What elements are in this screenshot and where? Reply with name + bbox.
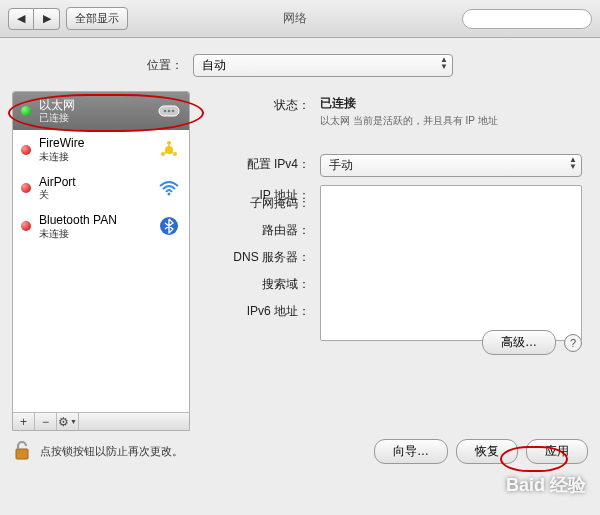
item-text: Bluetooth PAN 未连接 (39, 213, 149, 239)
svg-point-6 (161, 152, 165, 156)
status-row: 状态： 已连接 以太网 当前是活跃的，并且具有 IP 地址 (202, 95, 582, 128)
location-label: 位置： (147, 57, 183, 74)
bottom-buttons: 向导… 恢复 应用 (374, 439, 588, 464)
sidebar: 以太网 已连接 FireWire 未连接 (12, 91, 190, 431)
item-title: 以太网 (39, 98, 149, 112)
item-title: Bluetooth PAN (39, 213, 149, 227)
svg-rect-13 (16, 449, 28, 459)
search-input[interactable] (462, 9, 592, 29)
svg-point-5 (167, 141, 171, 145)
search-wrap: 🔍 (462, 9, 592, 29)
item-text: FireWire 未连接 (39, 136, 149, 162)
dns-label: DNS 服务器： (202, 247, 320, 266)
svg-line-10 (171, 152, 173, 153)
ethernet-icon (157, 99, 181, 123)
advanced-button[interactable]: 高级… (482, 330, 556, 355)
svg-point-7 (173, 152, 177, 156)
status-dot-icon (21, 183, 31, 193)
svg-point-1 (164, 110, 167, 113)
item-sub: 未连接 (39, 228, 149, 240)
svg-point-2 (168, 110, 171, 113)
sidebar-item-airport[interactable]: AirPort 关 (13, 169, 189, 207)
sidebar-item-bluetooth[interactable]: Bluetooth PAN 未连接 (13, 207, 189, 245)
status-value: 已连接 以太网 当前是活跃的，并且具有 IP 地址 (320, 95, 582, 128)
item-sub: 已连接 (39, 112, 149, 124)
location-value: 自动 (202, 57, 226, 74)
forward-button[interactable]: ▶ (34, 8, 60, 30)
item-sub: 关 (39, 189, 149, 201)
config-label: 配置 IPv4： (202, 154, 320, 173)
help-button[interactable]: ? (564, 334, 582, 352)
location-select[interactable]: 自动 ▲▼ (193, 54, 453, 77)
nav-buttons: ◀ ▶ (8, 8, 60, 30)
subnet-label: 子网掩码： (202, 193, 320, 212)
svg-point-11 (168, 192, 171, 195)
sidebar-item-firewire[interactable]: FireWire 未连接 (13, 130, 189, 168)
sidebar-list: 以太网 已连接 FireWire 未连接 (13, 92, 189, 414)
wizard-button[interactable]: 向导… (374, 439, 448, 464)
firewire-icon (157, 138, 181, 162)
detail-pane: 状态： 已连接 以太网 当前是活跃的，并且具有 IP 地址 配置 IPv4： 手… (202, 91, 588, 431)
sidebar-footer: + − ⚙▼ (13, 412, 189, 430)
gear-icon: ⚙ (58, 415, 69, 429)
show-all-button[interactable]: 全部显示 (66, 7, 128, 30)
config-ipv4-select[interactable]: 手动 ▲▼ (320, 154, 582, 177)
detail-box (320, 185, 582, 341)
remove-button[interactable]: − (35, 413, 57, 430)
apply-button[interactable]: 应用 (526, 439, 588, 464)
item-text: AirPort 关 (39, 175, 149, 201)
bottom-bar: 点按锁按钮以防止再次更改。 向导… 恢复 应用 (0, 431, 600, 472)
back-button[interactable]: ◀ (8, 8, 34, 30)
status-note: 以太网 当前是活跃的，并且具有 IP 地址 (320, 114, 582, 128)
searchdomain-label: 搜索域： (202, 274, 320, 293)
bluetooth-icon (157, 214, 181, 238)
lock-icon[interactable] (12, 439, 32, 464)
gear-button[interactable]: ⚙▼ (57, 413, 79, 430)
config-row: 配置 IPv4： 手动 ▲▼ (202, 154, 582, 177)
window-title: 网络 (134, 10, 456, 27)
router-label: 路由器： (202, 220, 320, 239)
lock-text: 点按锁按钮以防止再次更改。 (40, 444, 183, 459)
add-button[interactable]: + (13, 413, 35, 430)
main-split: 以太网 已连接 FireWire 未连接 (12, 91, 588, 431)
status-dot-icon (21, 145, 31, 155)
item-title: FireWire (39, 136, 149, 150)
watermark: Baid 经验 (506, 473, 586, 497)
location-row: 位置： 自动 ▲▼ (12, 54, 588, 77)
item-sub: 未连接 (39, 151, 149, 163)
status-label: 状态： (202, 95, 320, 114)
toolbar: ◀ ▶ 全部显示 网络 🔍 (0, 0, 600, 38)
wifi-icon (157, 176, 181, 200)
revert-button[interactable]: 恢复 (456, 439, 518, 464)
status-dot-icon (21, 221, 31, 231)
svg-line-9 (165, 152, 167, 153)
status-dot-icon (21, 106, 31, 116)
content: 位置： 自动 ▲▼ 以太网 已连接 (0, 38, 600, 431)
item-text: 以太网 已连接 (39, 98, 149, 124)
sidebar-item-ethernet[interactable]: 以太网 已连接 (13, 92, 189, 130)
item-title: AirPort (39, 175, 149, 189)
ipv6-label: IPv6 地址： (202, 301, 320, 320)
config-value: 手动 (329, 157, 353, 174)
svg-point-3 (172, 110, 175, 113)
